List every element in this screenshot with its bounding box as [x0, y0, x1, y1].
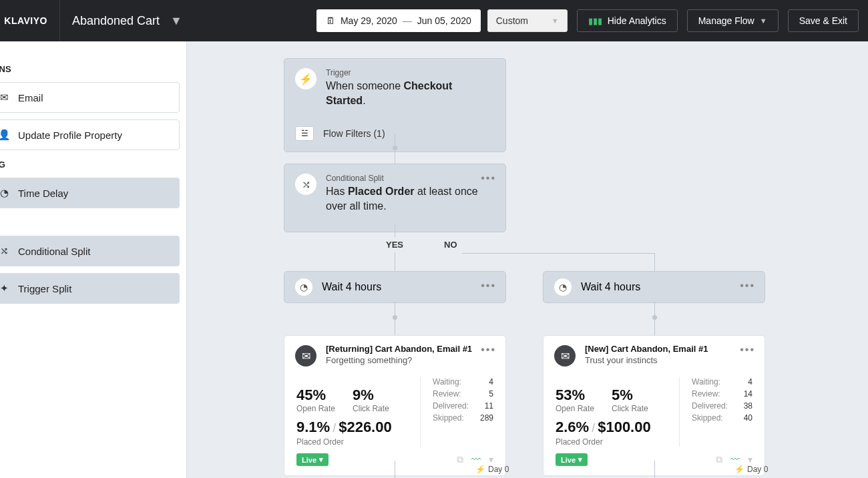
- chevron-down-icon: ▼: [170, 14, 182, 28]
- node-menu-button[interactable]: •••: [740, 344, 755, 356]
- node-type-label: Trigger: [326, 68, 495, 77]
- email-name: [New] Cart Abandon, Email #1: [585, 344, 708, 354]
- email-icon: ✉: [295, 345, 316, 367]
- email-icon: ✉: [554, 345, 576, 367]
- user-icon: 👤: [0, 129, 10, 141]
- split-icon: ⤭: [295, 174, 316, 195]
- connector: [395, 252, 395, 271]
- bolt-icon: ⚡: [734, 465, 744, 474]
- palette-time-delay[interactable]: ◔ Time Delay: [0, 178, 180, 208]
- open-rate-label: Open Rate: [556, 404, 594, 413]
- range-preset-select[interactable]: Custom ▼: [487, 9, 568, 32]
- conv-pct: 9.1%: [296, 419, 330, 435]
- palette-label: Email: [18, 92, 43, 103]
- email-node-new[interactable]: ••• ✉ [New] Cart Abandon, Email #1 Trust…: [543, 335, 765, 476]
- hide-analytics-button[interactable]: ▮▮▮ Hide Analytics: [577, 9, 678, 32]
- split-icon: ⤭: [0, 245, 10, 257]
- flow-filters-label: Flow Filters (1): [323, 128, 385, 139]
- palette-email[interactable]: ✉ Email: [0, 82, 180, 113]
- conv-label: Placed Order: [556, 437, 663, 447]
- dash-icon: —: [403, 15, 412, 26]
- filter-icon[interactable]: ▾: [489, 454, 493, 465]
- live-badge[interactable]: Live▾: [296, 453, 329, 466]
- node-menu-button[interactable]: •••: [481, 280, 496, 292]
- palette-conditional-split[interactable]: ⤭ Conditional Split: [0, 236, 180, 266]
- click-rate-value: 9%: [353, 387, 389, 404]
- email-icon: ✉: [0, 91, 10, 103]
- email-node-returning[interactable]: ••• ✉ [Returning] Cart Abandon, Email #1…: [284, 335, 506, 476]
- email-stats-right: Waiting:4 Review:5 Delivered:11 Skipped:…: [420, 377, 493, 447]
- chart-icon: ▮▮▮: [588, 16, 602, 26]
- filter-icon: ☱: [295, 126, 314, 141]
- wait-node-yes[interactable]: ••• ◔ Wait 4 hours: [284, 271, 506, 303]
- palette-label: Time Delay: [18, 188, 68, 199]
- chevron-down-icon: ▼: [552, 17, 559, 25]
- live-badge[interactable]: Live▾: [556, 453, 588, 466]
- analytics-icon[interactable]: 〰: [471, 454, 481, 465]
- clone-icon[interactable]: ⧉: [716, 454, 722, 465]
- email-subject: Forgetting something?: [326, 355, 472, 365]
- open-rate-label: Open Rate: [296, 404, 335, 413]
- branch-no-label: NO: [444, 240, 457, 250]
- open-rate-value: 45%: [296, 387, 335, 404]
- palette-label: Trigger Split: [18, 283, 71, 294]
- wait-node-no[interactable]: ••• ◔ Wait 4 hours: [543, 271, 765, 303]
- clock-icon: ◔: [0, 187, 10, 199]
- chevron-down-icon: ▼: [760, 17, 767, 25]
- conditional-split-node[interactable]: ••• ⤭ Conditional Split Has Placed Order…: [284, 164, 506, 232]
- calendar-icon: 🗓: [326, 15, 335, 26]
- node-type-label: Conditional Split: [326, 174, 495, 183]
- day-label-left: ⚡Day 0: [475, 465, 509, 474]
- day-label-right: ⚡Day 0: [734, 465, 768, 474]
- click-rate-label: Click Rate: [353, 404, 389, 413]
- click-rate-label: Click Rate: [612, 404, 648, 413]
- click-rate-value: 5%: [612, 387, 648, 404]
- filter-icon[interactable]: ▾: [748, 454, 752, 465]
- bolt-icon: ⚡: [475, 465, 485, 474]
- date-end: Jun 05, 2020: [417, 15, 471, 26]
- save-exit-button[interactable]: Save & Exit: [788, 9, 859, 32]
- wait-label: Wait 4 hours: [322, 281, 381, 293]
- connector-dot: [652, 315, 657, 320]
- manage-flow-button[interactable]: Manage Flow ▼: [687, 9, 779, 32]
- conv-amt: $100.00: [598, 419, 651, 435]
- sidebar-heading-timing: NG: [0, 160, 180, 170]
- palette-label: Conditional Split: [18, 246, 90, 257]
- branch-yes-label: YES: [386, 240, 403, 250]
- sidebar: ONS ✉ Email 👤 Update Profile Property NG…: [0, 41, 187, 478]
- node-menu-button[interactable]: •••: [740, 280, 755, 292]
- node-menu-button[interactable]: •••: [481, 344, 496, 356]
- palette-update-profile[interactable]: 👤 Update Profile Property: [0, 120, 180, 150]
- node-menu-button[interactable]: •••: [481, 172, 496, 184]
- split-text: Has Placed Order at least once over all …: [326, 184, 495, 213]
- clone-icon[interactable]: ⧉: [457, 454, 463, 465]
- conv-amt: $226.00: [339, 419, 392, 435]
- connector-dot: [393, 315, 397, 320]
- email-stats-left: 53%Open Rate 5%Click Rate 2.6%/$100.00 P…: [556, 377, 663, 447]
- range-preset-label: Custom: [496, 15, 528, 26]
- connector: [654, 461, 655, 478]
- connector: [654, 253, 655, 271]
- date-start: May 29, 2020: [341, 15, 397, 26]
- email-name: [Returning] Cart Abandon, Email #1: [326, 344, 472, 354]
- flow-canvas[interactable]: ⚡ Trigger When someone Checkout Started.…: [187, 41, 868, 478]
- trigger-split-icon: ✦: [0, 282, 10, 294]
- manage-flow-label: Manage Flow: [698, 15, 754, 26]
- connector: [395, 224, 395, 237]
- analytics-icon[interactable]: 〰: [730, 454, 740, 465]
- flow-title-dropdown[interactable]: Abandoned Cart ▼: [60, 14, 194, 28]
- email-subject: Trust your instincts: [585, 355, 708, 365]
- email-stats-left: 45%Open Rate 9%Click Rate 9.1%/$226.00 P…: [296, 377, 404, 447]
- sidebar-heading-actions: ONS: [0, 64, 180, 74]
- sidebar-heading-logic: C: [0, 218, 180, 228]
- date-range-picker[interactable]: 🗓 May 29, 2020 — Jun 05, 2020: [316, 9, 481, 32]
- wait-label: Wait 4 hours: [581, 281, 640, 293]
- connector-dot: [393, 146, 397, 150]
- conv-label: Placed Order: [296, 437, 404, 447]
- open-rate-value: 53%: [556, 387, 594, 404]
- save-exit-label: Save & Exit: [799, 15, 847, 26]
- conv-pct: 2.6%: [556, 419, 589, 435]
- logo: KLAVIYO: [0, 0, 60, 41]
- email-stats-right: Waiting:4 Review:14 Delivered:38 Skipped…: [679, 377, 752, 447]
- palette-trigger-split[interactable]: ✦ Trigger Split: [0, 273, 180, 304]
